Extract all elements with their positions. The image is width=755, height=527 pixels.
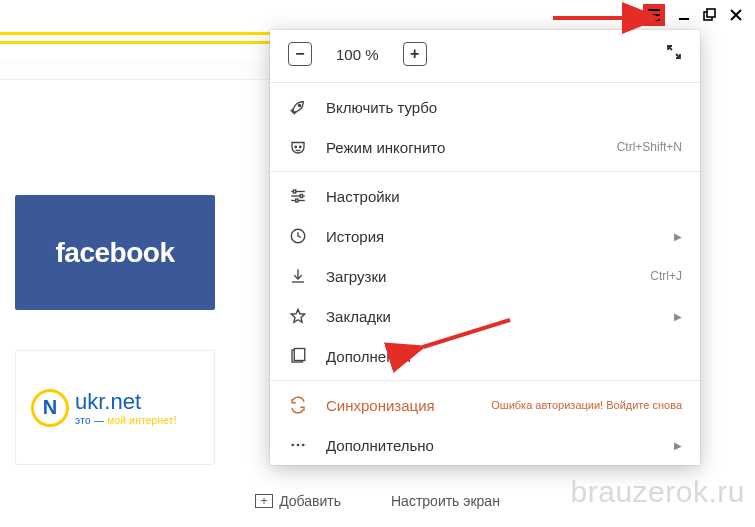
menu-item-settings[interactable]: Настройки (270, 176, 700, 216)
fullscreen-icon[interactable] (666, 44, 682, 64)
zoom-row: − 100 % + (270, 30, 700, 78)
menu-item-turbo[interactable]: Включить турбо (270, 87, 700, 127)
svg-rect-2 (707, 9, 715, 17)
addons-icon (288, 347, 308, 365)
sliders-icon (288, 187, 308, 205)
ukrnet-logo: N ukr.net это — мой интернет! (31, 389, 177, 427)
star-icon (288, 307, 308, 325)
svg-point-17 (291, 444, 294, 447)
maximize-button[interactable] (703, 8, 717, 22)
sync-error-message: Ошибка авторизации! Войдите снова (491, 399, 682, 411)
footer-configure-label: Настроить экран (391, 493, 500, 509)
plus-box-icon: + (255, 494, 273, 508)
menu-item-label: История (326, 228, 656, 245)
ukrnet-tagline-a: это — (75, 415, 107, 426)
history-icon (288, 227, 308, 245)
facebook-logo-text: facebook (56, 237, 175, 269)
menu-item-history[interactable]: История ▶ (270, 216, 700, 256)
tab-strip-accent (0, 32, 270, 44)
menu-item-sync[interactable]: Синхронизация Ошибка авторизации! Войдит… (270, 385, 700, 425)
footer-add-button[interactable]: + Добавить (255, 493, 341, 509)
dots-icon (288, 436, 308, 454)
ukrnet-tagline-b: мой интернет! (107, 415, 177, 426)
svg-point-19 (302, 444, 305, 447)
svg-point-6 (295, 146, 297, 148)
menu-shortcut: Ctrl+Shift+N (617, 140, 682, 154)
zoom-in-button[interactable]: + (403, 42, 427, 66)
menu-item-more[interactable]: Дополнительно ▶ (270, 425, 700, 465)
chevron-right-icon: ▶ (674, 231, 682, 242)
menu-item-label: Дополнительно (326, 437, 656, 454)
minimize-button[interactable] (677, 8, 691, 22)
menu-item-bookmarks[interactable]: Закладки ▶ (270, 296, 700, 336)
download-icon (288, 267, 308, 285)
footer-add-label: Добавить (279, 493, 341, 509)
speed-dial-tile-facebook[interactable]: facebook (15, 195, 215, 310)
chevron-right-icon: ▶ (674, 311, 682, 322)
toolbar-strip (0, 60, 270, 80)
main-menu-dropdown: − 100 % + Включить турбо Режим инкогнито… (270, 30, 700, 465)
menu-item-addons[interactable]: Дополнения (270, 336, 700, 376)
menu-item-label: Синхронизация (326, 397, 473, 414)
svg-rect-11 (294, 190, 296, 193)
svg-rect-16 (294, 349, 305, 361)
svg-point-7 (300, 146, 302, 148)
menu-item-label: Режим инкогнито (326, 139, 599, 156)
menu-item-label: Закладки (326, 308, 656, 325)
menu-shortcut: Ctrl+J (650, 269, 682, 283)
zoom-level: 100 % (336, 46, 379, 63)
svg-rect-13 (296, 199, 298, 202)
footer-bar: + Добавить Настроить экран (0, 493, 755, 509)
svg-point-18 (297, 444, 300, 447)
close-button[interactable] (729, 8, 743, 22)
sync-icon (288, 396, 308, 414)
rocket-icon (288, 98, 308, 116)
svg-rect-12 (300, 195, 302, 198)
mask-icon (288, 138, 308, 156)
menu-item-downloads[interactable]: Загрузки Ctrl+J (270, 256, 700, 296)
chevron-right-icon: ▶ (674, 440, 682, 451)
title-bar (0, 0, 755, 30)
svg-point-5 (298, 104, 300, 106)
ukrnet-tld: .net (104, 389, 141, 414)
menu-item-label: Загрузки (326, 268, 632, 285)
zoom-out-button[interactable]: − (288, 42, 312, 66)
menu-item-incognito[interactable]: Режим инкогнито Ctrl+Shift+N (270, 127, 700, 167)
ukrnet-brand: ukr (75, 389, 104, 414)
speed-dial-tile-ukrnet[interactable]: N ukr.net это — мой интернет! (15, 350, 215, 465)
menu-item-label: Дополнения (326, 348, 682, 365)
menu-item-label: Настройки (326, 188, 682, 205)
hamburger-menu-button[interactable] (643, 4, 665, 26)
menu-item-label: Включить турбо (326, 99, 682, 116)
ukrnet-logo-glyph: N (31, 389, 69, 427)
footer-configure-button[interactable]: Настроить экран (391, 493, 500, 509)
